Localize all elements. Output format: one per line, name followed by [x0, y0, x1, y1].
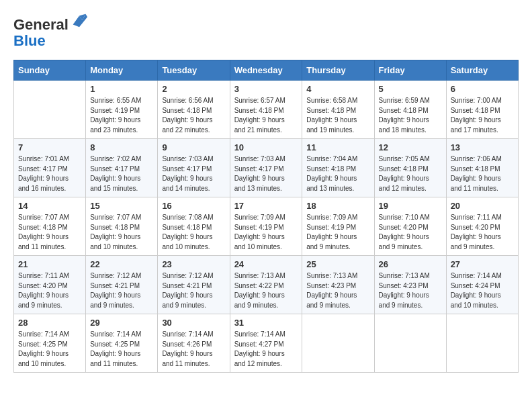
column-header-sunday: Sunday: [14, 60, 86, 81]
calendar-cell: 11Sunrise: 7:04 AMSunset: 4:18 PMDayligh…: [302, 139, 374, 197]
calendar-cell: 18Sunrise: 7:09 AMSunset: 4:19 PMDayligh…: [302, 197, 374, 256]
day-info: Sunrise: 7:13 AMSunset: 4:23 PMDaylight:…: [379, 271, 442, 310]
calendar-cell: [446, 314, 518, 373]
day-info: Sunrise: 7:14 AMSunset: 4:27 PMDaylight:…: [234, 330, 298, 369]
day-info: Sunrise: 7:14 AMSunset: 4:25 PMDaylight:…: [90, 330, 153, 369]
day-info: Sunrise: 7:13 AMSunset: 4:22 PMDaylight:…: [234, 271, 298, 310]
day-number: 30: [162, 318, 225, 328]
day-info: Sunrise: 7:03 AMSunset: 4:17 PMDaylight:…: [234, 154, 298, 193]
day-number: 3: [234, 84, 298, 94]
day-info: Sunrise: 6:58 AMSunset: 4:18 PMDaylight:…: [306, 96, 369, 135]
column-header-wednesday: Wednesday: [230, 60, 302, 81]
calendar-week-4: 21Sunrise: 7:11 AMSunset: 4:20 PMDayligh…: [14, 256, 519, 314]
day-number: 8: [90, 142, 153, 152]
page-header: General Blue: [13, 13, 519, 49]
calendar-cell: 25Sunrise: 7:13 AMSunset: 4:23 PMDayligh…: [302, 256, 374, 314]
day-info: Sunrise: 7:10 AMSunset: 4:20 PMDaylight:…: [379, 213, 442, 252]
calendar-cell: 26Sunrise: 7:13 AMSunset: 4:23 PMDayligh…: [374, 256, 446, 314]
calendar-header-row: SundayMondayTuesdayWednesdayThursdayFrid…: [14, 60, 519, 81]
column-header-thursday: Thursday: [302, 60, 374, 81]
day-info: Sunrise: 7:14 AMSunset: 4:25 PMDaylight:…: [18, 330, 81, 369]
day-number: 13: [451, 142, 514, 152]
calendar-cell: 8Sunrise: 7:02 AMSunset: 4:17 PMDaylight…: [86, 139, 158, 197]
calendar-week-1: 1Sunrise: 6:55 AMSunset: 4:19 PMDaylight…: [14, 81, 519, 139]
day-number: 5: [379, 84, 442, 94]
calendar-cell: 14Sunrise: 7:07 AMSunset: 4:18 PMDayligh…: [14, 197, 86, 256]
day-number: 22: [90, 259, 153, 269]
day-info: Sunrise: 7:02 AMSunset: 4:17 PMDaylight:…: [90, 154, 153, 193]
calendar-cell: 17Sunrise: 7:09 AMSunset: 4:19 PMDayligh…: [230, 197, 302, 256]
day-info: Sunrise: 7:03 AMSunset: 4:17 PMDaylight:…: [162, 154, 225, 193]
day-number: 14: [18, 201, 81, 211]
calendar-week-5: 28Sunrise: 7:14 AMSunset: 4:25 PMDayligh…: [14, 314, 519, 373]
day-info: Sunrise: 7:11 AMSunset: 4:20 PMDaylight:…: [18, 271, 81, 310]
column-header-monday: Monday: [86, 60, 158, 81]
calendar-cell: 12Sunrise: 7:05 AMSunset: 4:18 PMDayligh…: [374, 139, 446, 197]
day-number: 28: [18, 318, 81, 328]
day-info: Sunrise: 7:14 AMSunset: 4:26 PMDaylight:…: [162, 330, 225, 369]
day-info: Sunrise: 6:56 AMSunset: 4:18 PMDaylight:…: [162, 96, 225, 135]
day-number: 4: [306, 84, 369, 94]
calendar-cell: 27Sunrise: 7:14 AMSunset: 4:24 PMDayligh…: [446, 256, 518, 314]
calendar-cell: 31Sunrise: 7:14 AMSunset: 4:27 PMDayligh…: [230, 314, 302, 373]
day-number: 6: [451, 84, 514, 94]
calendar-cell: [14, 81, 86, 139]
calendar-cell: 2Sunrise: 6:56 AMSunset: 4:18 PMDaylight…: [158, 81, 230, 139]
column-header-saturday: Saturday: [446, 60, 518, 81]
calendar-cell: 15Sunrise: 7:07 AMSunset: 4:18 PMDayligh…: [86, 197, 158, 256]
calendar-table: SundayMondayTuesdayWednesdayThursdayFrid…: [13, 60, 519, 373]
calendar-cell: 30Sunrise: 7:14 AMSunset: 4:26 PMDayligh…: [158, 314, 230, 373]
day-info: Sunrise: 7:09 AMSunset: 4:19 PMDaylight:…: [234, 213, 298, 252]
day-number: 18: [306, 201, 369, 211]
day-info: Sunrise: 7:07 AMSunset: 4:18 PMDaylight:…: [18, 213, 81, 252]
day-info: Sunrise: 7:14 AMSunset: 4:24 PMDaylight:…: [451, 271, 514, 310]
day-number: 15: [90, 201, 153, 211]
day-info: Sunrise: 7:11 AMSunset: 4:20 PMDaylight:…: [451, 213, 514, 252]
calendar-body: 1Sunrise: 6:55 AMSunset: 4:19 PMDaylight…: [14, 81, 519, 373]
day-number: 26: [379, 259, 442, 269]
day-number: 19: [379, 201, 442, 211]
day-number: 29: [90, 318, 153, 328]
day-number: 17: [234, 201, 298, 211]
logo-blue: Blue: [13, 32, 46, 49]
column-header-tuesday: Tuesday: [158, 60, 230, 81]
day-info: Sunrise: 6:57 AMSunset: 4:18 PMDaylight:…: [234, 96, 298, 135]
day-number: 20: [451, 201, 514, 211]
calendar-cell: 16Sunrise: 7:08 AMSunset: 4:18 PMDayligh…: [158, 197, 230, 256]
calendar-cell: 22Sunrise: 7:12 AMSunset: 4:21 PMDayligh…: [86, 256, 158, 314]
calendar-week-2: 7Sunrise: 7:01 AMSunset: 4:17 PMDaylight…: [14, 139, 519, 197]
day-info: Sunrise: 6:55 AMSunset: 4:19 PMDaylight:…: [90, 96, 153, 135]
day-info: Sunrise: 7:01 AMSunset: 4:17 PMDaylight:…: [18, 154, 81, 193]
calendar-cell: 20Sunrise: 7:11 AMSunset: 4:20 PMDayligh…: [446, 197, 518, 256]
day-number: 10: [234, 142, 298, 152]
day-number: 1: [90, 84, 153, 94]
calendar-cell: 28Sunrise: 7:14 AMSunset: 4:25 PMDayligh…: [14, 314, 86, 373]
day-number: 7: [18, 142, 81, 152]
day-number: 11: [306, 142, 369, 152]
day-number: 2: [162, 84, 225, 94]
day-number: 16: [162, 201, 225, 211]
calendar-cell: 29Sunrise: 7:14 AMSunset: 4:25 PMDayligh…: [86, 314, 158, 373]
day-info: Sunrise: 7:00 AMSunset: 4:18 PMDaylight:…: [451, 96, 514, 135]
day-info: Sunrise: 7:12 AMSunset: 4:21 PMDaylight:…: [162, 271, 225, 310]
calendar-cell: 9Sunrise: 7:03 AMSunset: 4:17 PMDaylight…: [158, 139, 230, 197]
calendar-cell: 6Sunrise: 7:00 AMSunset: 4:18 PMDaylight…: [446, 81, 518, 139]
calendar-cell: 7Sunrise: 7:01 AMSunset: 4:17 PMDaylight…: [14, 139, 86, 197]
logo-bird-icon: [70, 11, 89, 30]
day-number: 27: [451, 259, 514, 269]
day-info: Sunrise: 7:13 AMSunset: 4:23 PMDaylight:…: [306, 271, 369, 310]
calendar-cell: [302, 314, 374, 373]
calendar-week-3: 14Sunrise: 7:07 AMSunset: 4:18 PMDayligh…: [14, 197, 519, 256]
calendar-cell: 19Sunrise: 7:10 AMSunset: 4:20 PMDayligh…: [374, 197, 446, 256]
day-info: Sunrise: 6:59 AMSunset: 4:18 PMDaylight:…: [379, 96, 442, 135]
day-info: Sunrise: 7:07 AMSunset: 4:18 PMDaylight:…: [90, 213, 153, 252]
calendar-cell: 4Sunrise: 6:58 AMSunset: 4:18 PMDaylight…: [302, 81, 374, 139]
calendar-cell: 23Sunrise: 7:12 AMSunset: 4:21 PMDayligh…: [158, 256, 230, 314]
calendar-cell: 24Sunrise: 7:13 AMSunset: 4:22 PMDayligh…: [230, 256, 302, 314]
day-info: Sunrise: 7:04 AMSunset: 4:18 PMDaylight:…: [306, 154, 369, 193]
column-header-friday: Friday: [374, 60, 446, 81]
calendar-cell: 10Sunrise: 7:03 AMSunset: 4:17 PMDayligh…: [230, 139, 302, 197]
day-number: 12: [379, 142, 442, 152]
calendar-cell: 1Sunrise: 6:55 AMSunset: 4:19 PMDaylight…: [86, 81, 158, 139]
logo: General Blue: [13, 13, 89, 49]
